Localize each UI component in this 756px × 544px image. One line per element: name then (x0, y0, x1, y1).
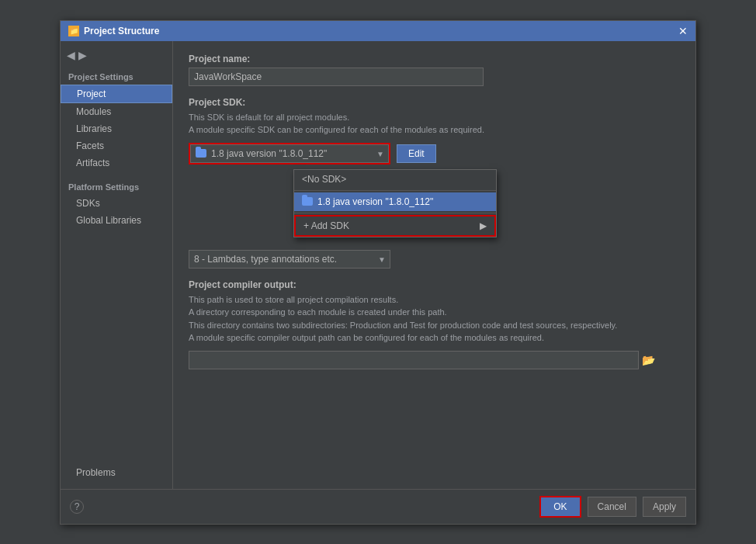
compiler-output-input[interactable] (189, 351, 639, 369)
title-bar: 📁 Project Structure ✕ (61, 21, 695, 41)
project-sdk-label: Project SDK: (189, 97, 680, 108)
nav-toolbar: ◀ ▶ (61, 49, 172, 68)
sidebar-item-project[interactable]: Project (61, 85, 172, 103)
sdk-dropdown[interactable]: 1.8 java version "1.8.0_112" (190, 144, 389, 163)
edit-sdk-button[interactable]: Edit (397, 144, 436, 163)
compiler-output-label: Project compiler output: (189, 279, 680, 290)
compiler-input-row: 📂 (189, 351, 680, 369)
ok-button[interactable]: OK (539, 496, 581, 518)
sdk-row: 1.8 java version "1.8.0_112" ▼ Edit (189, 143, 680, 165)
sidebar: ◀ ▶ Project Settings Project Modules Lib… (61, 41, 173, 489)
chevron-right-icon: ▶ (480, 220, 487, 231)
sdk-description: This SDK is default for all project modu… (189, 111, 680, 137)
dialog-icon: 📁 (68, 26, 79, 36)
language-dropdown-wrapper: 8 - Lambdas, type annotations etc. ▼ (189, 250, 390, 269)
sdk-1-8-label: 1.8 java version "1.8.0_112" (317, 196, 433, 207)
main-content: Project name: Project SDK: This SDK is d… (173, 41, 695, 489)
sidebar-item-modules[interactable]: Modules (61, 103, 172, 120)
bottom-right: OK Cancel Apply (539, 496, 686, 518)
sidebar-item-global-libraries[interactable]: Global Libraries (61, 212, 172, 229)
compiler-description: This path is used to store all project c… (189, 293, 680, 345)
add-sdk-label: + Add SDK (303, 220, 349, 231)
close-button[interactable]: ✕ (678, 25, 688, 37)
dialog-title: Project Structure (84, 26, 159, 36)
compiler-output-section: Project compiler output: This path is us… (189, 279, 680, 369)
java-folder-icon-option (302, 197, 313, 206)
sdk-option-none[interactable]: <No SDK> (294, 170, 496, 189)
sdk-dropdown-wrapper: 1.8 java version "1.8.0_112" ▼ (189, 143, 390, 165)
sidebar-item-sdks[interactable]: SDKs (61, 195, 172, 212)
project-name-input[interactable] (189, 68, 484, 86)
java-folder-icon (196, 149, 206, 158)
chevron-down-icon: ▼ (376, 149, 384, 158)
help-button[interactable]: ? (70, 500, 84, 514)
sidebar-item-facets[interactable]: Facets (61, 137, 172, 154)
language-level-row: 8 - Lambdas, type annotations etc. ▼ (189, 250, 680, 269)
apply-button[interactable]: Apply (643, 497, 686, 517)
sdk-dropdown-popup: <No SDK> 1.8 java version "1.8.0_112" + … (293, 169, 497, 237)
project-name-section: Project name: (189, 54, 680, 86)
language-dropdown[interactable]: 8 - Lambdas, type annotations etc. (189, 250, 390, 269)
sidebar-item-artifacts[interactable]: Artifacts (61, 154, 172, 172)
sdk-option-1-8[interactable]: 1.8 java version "1.8.0_112" (294, 192, 496, 211)
forward-button[interactable]: ▶ (78, 49, 87, 61)
browse-folder-button[interactable]: 📂 (642, 354, 655, 366)
project-sdk-section: Project SDK: This SDK is default for all… (189, 97, 680, 269)
language-chevron-icon: ▼ (378, 255, 386, 263)
bottom-bar: ? OK Cancel Apply (61, 489, 695, 524)
sidebar-item-libraries[interactable]: Libraries (61, 120, 172, 137)
back-button[interactable]: ◀ (67, 49, 75, 61)
project-settings-header: Project Settings (61, 68, 172, 85)
cancel-button[interactable]: Cancel (588, 497, 636, 517)
platform-settings-header: Platform Settings (61, 178, 172, 195)
no-sdk-label: <No SDK> (302, 174, 346, 185)
bottom-left: ? (70, 500, 84, 514)
project-name-label: Project name: (189, 54, 680, 64)
dialog-body: ◀ ▶ Project Settings Project Modules Lib… (61, 41, 695, 489)
sidebar-item-problems[interactable]: Problems (61, 464, 172, 481)
add-sdk-item[interactable]: + Add SDK ▶ (294, 215, 496, 237)
